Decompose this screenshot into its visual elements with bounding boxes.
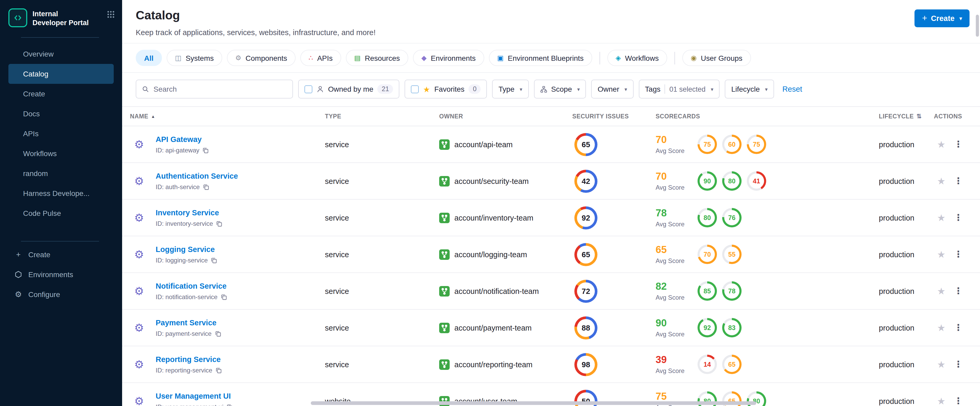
scope-dropdown[interactable]: Scope ▾ xyxy=(534,79,586,98)
scorecard-ring[interactable]: 92 xyxy=(698,318,717,337)
favorite-star-icon[interactable]: ★ xyxy=(937,213,945,222)
search-input[interactable] xyxy=(154,85,287,93)
row-menu-icon[interactable]: ⋮ xyxy=(954,323,963,332)
sidebar-item-overview[interactable]: Overview xyxy=(8,44,114,63)
scorecard-ring[interactable]: 75 xyxy=(698,135,717,154)
chevron-down-icon: ▾ xyxy=(624,86,627,92)
copy-icon[interactable] xyxy=(203,184,209,190)
tab-label: Environment Blueprints xyxy=(508,54,584,62)
owned-by-me-filter[interactable]: Owned by me 21 xyxy=(298,79,399,98)
type-dropdown[interactable]: Type ▾ xyxy=(492,79,529,98)
horizontal-scrollbar-thumb[interactable] xyxy=(311,401,756,405)
row-menu-icon[interactable]: ⋮ xyxy=(954,213,963,222)
module-grid-icon[interactable] xyxy=(107,8,115,21)
favorite-star-icon[interactable]: ★ xyxy=(937,360,945,369)
sidebar-item-catalog[interactable]: Catalog xyxy=(8,63,114,84)
copy-icon[interactable] xyxy=(221,294,227,300)
row-menu-icon[interactable]: ⋮ xyxy=(954,360,963,369)
row-menu-icon[interactable]: ⋮ xyxy=(954,287,963,295)
copy-icon[interactable] xyxy=(202,147,209,154)
tab-user-groups[interactable]: ◉User Groups xyxy=(682,50,751,66)
tab-all[interactable]: All xyxy=(136,50,162,66)
scorecard-ring[interactable]: 90 xyxy=(698,171,717,191)
scorecard-ring[interactable]: 80 xyxy=(698,208,717,227)
vertical-scrollbar-thumb[interactable] xyxy=(976,15,979,36)
component-name-link[interactable]: Payment Service xyxy=(156,319,216,327)
sidebar-item-harness-develope-[interactable]: Harness Develope... xyxy=(8,183,114,203)
scorecard-ring[interactable]: 65 xyxy=(722,355,741,374)
scorecard-ring[interactable]: 85 xyxy=(698,281,717,301)
column-header-lifecycle[interactable]: LIFECYCLE ⇅ xyxy=(879,113,934,120)
column-header-name[interactable]: NAME ▲ xyxy=(130,113,325,119)
row-menu-icon[interactable]: ⋮ xyxy=(954,176,963,186)
type-cell: service xyxy=(325,287,439,295)
scorecard-ring[interactable]: 41 xyxy=(747,171,766,191)
favorites-checkbox[interactable] xyxy=(411,85,419,93)
reset-button[interactable]: Reset xyxy=(783,85,802,93)
sidebar-item-docs[interactable]: Docs xyxy=(8,103,114,124)
tab-apis[interactable]: ∴APIs xyxy=(300,50,341,66)
copy-icon[interactable] xyxy=(211,257,217,263)
row-menu-icon[interactable]: ⋮ xyxy=(954,250,963,259)
scorecard-ring[interactable]: 83 xyxy=(722,318,741,337)
tab-environment-blueprints[interactable]: ▣Environment Blueprints xyxy=(489,50,592,66)
favorites-filter[interactable]: ★ Favorites 0 xyxy=(405,79,487,98)
sidebar-item-configure[interactable]: ⚙ Configure xyxy=(8,284,114,304)
sidebar-item-environments[interactable]: Environments xyxy=(8,264,114,284)
favorite-star-icon[interactable]: ★ xyxy=(937,250,945,259)
tab-resources[interactable]: ▤Resources xyxy=(346,50,408,66)
owner-dropdown[interactable]: Owner ▾ xyxy=(592,79,633,98)
copy-icon[interactable] xyxy=(227,404,233,406)
tab-environments[interactable]: ◆Environments xyxy=(413,50,484,66)
copy-icon[interactable] xyxy=(215,331,221,337)
sidebar-nav: OverviewCatalogCreateDocsAPIsWorkflowsra… xyxy=(0,44,122,223)
tab-components[interactable]: ⚙Components xyxy=(227,50,296,66)
component-id: ID: payment-service xyxy=(156,330,212,337)
copy-icon[interactable] xyxy=(215,367,222,374)
favorite-star-icon[interactable]: ★ xyxy=(937,323,945,332)
component-name-link[interactable]: Authentication Service xyxy=(156,172,238,180)
scorecard-ring[interactable]: 14 xyxy=(698,355,717,374)
sidebar-item-create[interactable]: + Create xyxy=(8,244,114,264)
scorecard-ring[interactable]: 76 xyxy=(722,208,741,227)
lifecycle-cell: production xyxy=(879,287,934,295)
owner-name: account/payment-team xyxy=(454,324,532,332)
scorecard-ring[interactable]: 55 xyxy=(722,245,741,264)
favorite-star-icon[interactable]: ★ xyxy=(937,396,945,406)
tab-separator xyxy=(675,52,675,64)
scorecard-ring[interactable]: 78 xyxy=(722,281,741,301)
component-name-link[interactable]: Notification Service xyxy=(156,282,227,290)
scorecard-ring[interactable]: 75 xyxy=(747,135,766,154)
scorecard-ring[interactable]: 70 xyxy=(698,245,717,264)
scorecard-ring[interactable]: 80 xyxy=(722,171,741,191)
owner-name: account/notification-team xyxy=(454,287,539,295)
tab-label: Resources xyxy=(365,54,400,62)
column-label: ACTIONS xyxy=(934,113,962,119)
favorite-star-icon[interactable]: ★ xyxy=(937,286,945,296)
component-name-link[interactable]: API Gateway xyxy=(156,135,202,144)
lifecycle-dropdown[interactable]: Lifecycle ▾ xyxy=(725,79,774,98)
owner-name: account/logging-team xyxy=(454,250,527,259)
row-menu-icon[interactable]: ⋮ xyxy=(954,140,963,149)
table-row: ⚙ Payment Service ID: payment-service se… xyxy=(122,309,980,346)
row-menu-icon[interactable]: ⋮ xyxy=(954,396,963,406)
component-name-link[interactable]: User Management UI xyxy=(156,392,231,400)
component-name-link[interactable]: Inventory Service xyxy=(156,208,219,217)
favorite-star-icon[interactable]: ★ xyxy=(937,140,945,149)
owned-by-me-checkbox[interactable] xyxy=(304,85,312,93)
create-button[interactable]: + Create ▾ xyxy=(915,10,969,27)
sidebar-item-workflows[interactable]: Workflows xyxy=(8,143,114,163)
component-name-link[interactable]: Logging Service xyxy=(156,245,215,254)
scorecard-ring[interactable]: 60 xyxy=(722,135,741,154)
tab-workflows[interactable]: ◈Workflows xyxy=(607,50,667,66)
copy-icon[interactable] xyxy=(216,220,223,227)
sidebar-item-create[interactable]: Create xyxy=(8,84,114,103)
tab-systems[interactable]: ◫Systems xyxy=(167,50,222,66)
favorite-star-icon[interactable]: ★ xyxy=(937,176,945,186)
app-title: Internal Developer Portal xyxy=(32,8,91,27)
sidebar-item-random[interactable]: random xyxy=(8,163,114,183)
component-name-link[interactable]: Reporting Service xyxy=(156,355,221,363)
sidebar-item-apis[interactable]: APIs xyxy=(8,124,114,143)
tags-dropdown[interactable]: Tags 01 selected ▾ xyxy=(639,79,719,98)
sidebar-item-code-pulse[interactable]: Code Pulse xyxy=(8,203,114,223)
